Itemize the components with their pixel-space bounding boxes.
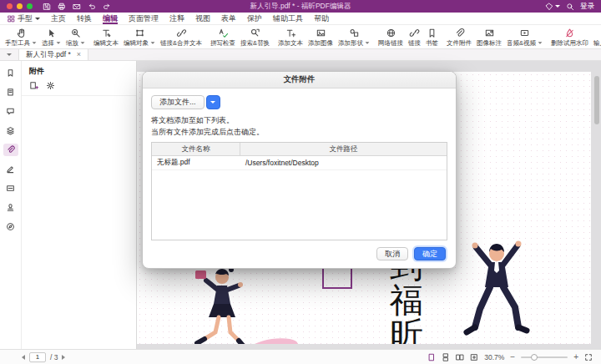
tool-search-replace[interactable]: 搜索&替换 xyxy=(238,26,272,48)
close-window-button[interactable] xyxy=(7,3,13,9)
zoom-window-button[interactable] xyxy=(27,3,33,9)
page-number-input[interactable] xyxy=(29,352,46,362)
facing-pages-view-icon[interactable] xyxy=(456,353,464,361)
tool-link[interactable]: 链接 xyxy=(406,26,423,48)
minimize-window-button[interactable] xyxy=(17,3,23,9)
search-replace-icon xyxy=(250,28,260,38)
menu-item-accessibility[interactable]: 辅助工具 xyxy=(273,13,303,24)
scrollbar-thumb[interactable] xyxy=(594,76,599,124)
undo-icon[interactable] xyxy=(88,3,96,11)
save-icon[interactable] xyxy=(43,3,51,11)
menu-item-hand[interactable]: 手型 xyxy=(8,13,40,24)
link-merge-icon xyxy=(176,28,187,38)
tool-enter-activation-code[interactable]: 输入活码 xyxy=(591,26,601,48)
menu-item-home[interactable]: 主页 xyxy=(51,13,66,24)
fields-panel-icon[interactable] xyxy=(3,182,18,195)
fullscreen-icon[interactable] xyxy=(584,353,593,361)
redo-icon[interactable] xyxy=(103,3,111,11)
zoom-slider-knob[interactable] xyxy=(531,354,538,361)
link-icon xyxy=(409,28,420,38)
tool-link-merge-text[interactable]: 链接&合并文本 xyxy=(158,26,205,48)
comments-panel-icon[interactable] xyxy=(3,105,18,118)
attachments-panel: 附件 xyxy=(22,61,137,349)
next-page-icon[interactable] xyxy=(62,355,65,360)
menu-item-comment[interactable]: 注释 xyxy=(169,13,184,24)
document-tab[interactable]: 新人引导.pdf * × xyxy=(18,49,88,60)
add-text-icon xyxy=(285,28,296,38)
dialog-hint-line1: 将文档添加至如下列表。 xyxy=(151,115,447,127)
tool-add-image[interactable]: 添加图像 xyxy=(306,26,336,48)
tool-remove-trial-watermark[interactable]: 删除试用水印 xyxy=(548,26,591,48)
navigation-icon-strip xyxy=(0,61,22,349)
cancel-button[interactable]: 取消 xyxy=(376,247,408,260)
bookmarks-panel-icon[interactable] xyxy=(3,67,18,79)
fit-page-view-icon[interactable] xyxy=(470,353,478,361)
stamps-panel-icon[interactable] xyxy=(3,201,18,214)
tool-file-attachment[interactable]: 文件附件 xyxy=(444,26,474,48)
image-annotation-icon xyxy=(484,28,495,38)
vertical-scrollbar[interactable] xyxy=(593,74,599,342)
page-thumbnails-icon[interactable] xyxy=(3,86,18,99)
continuous-view-icon[interactable] xyxy=(442,353,450,361)
column-header-file-path: 文件路径 xyxy=(240,143,447,155)
window-title: 新人引导.pdf * - 福昕PDF编辑器 xyxy=(250,2,351,12)
attachment-table: 文件名称 文件路径 无标题.pdf /Users/foxitnet/Deskto… xyxy=(151,142,447,240)
edit-text-icon xyxy=(101,28,112,38)
edit-object-icon xyxy=(134,28,145,38)
zoom-percent-label: 30.7% xyxy=(484,353,504,361)
attachment-table-header: 文件名称 文件路径 xyxy=(152,143,447,156)
jumping-man-illustration xyxy=(451,237,543,344)
zoom-in-icon[interactable]: + xyxy=(573,353,578,361)
spellcheck-icon xyxy=(218,28,229,38)
menu-item-form[interactable]: 表单 xyxy=(221,13,236,24)
signatures-panel-icon[interactable] xyxy=(3,163,18,175)
confirm-button[interactable]: 确定 xyxy=(414,247,446,260)
tabbar-menu-icon[interactable] xyxy=(0,49,18,60)
attachment-file-name: 无标题.pdf xyxy=(152,156,240,169)
menubar: 手型 主页 转换 编辑 页面管理 注释 视图 表单 保护 辅助工具 帮助 xyxy=(0,13,601,25)
dialog-body: 添加文件... 将文档添加至如下列表。 当所有文件添加完成后点击确定。 文件名称… xyxy=(143,88,456,240)
select-cursor-icon xyxy=(46,28,57,38)
add-file-dropdown-button[interactable] xyxy=(206,95,220,109)
menu-item-edit[interactable]: 编辑 xyxy=(103,13,118,24)
zoom-out-icon[interactable]: − xyxy=(510,353,515,361)
attachments-panel-title: 附件 xyxy=(22,61,136,80)
tool-edit-object[interactable]: 编辑对象 xyxy=(121,26,158,48)
previous-page-icon[interactable] xyxy=(22,355,25,360)
single-page-view-icon[interactable] xyxy=(427,353,436,361)
attachment-settings-icon[interactable] xyxy=(46,81,55,90)
layers-panel-icon[interactable] xyxy=(3,124,18,137)
attachment-table-row[interactable]: 无标题.pdf /Users/foxitnet/Desktop xyxy=(152,156,447,170)
add-file-row: 添加文件... xyxy=(151,95,447,109)
tab-close-icon[interactable]: × xyxy=(77,51,81,58)
traffic-lights xyxy=(7,3,33,9)
tool-spellcheck[interactable]: 拼写检查 xyxy=(208,26,238,48)
menu-item-convert[interactable]: 转换 xyxy=(77,13,92,24)
tool-web-link[interactable]: 网络链接 xyxy=(376,26,406,48)
menu-item-help[interactable]: 帮助 xyxy=(314,13,329,24)
menu-item-protect[interactable]: 保护 xyxy=(247,13,262,24)
premium-icon[interactable] xyxy=(545,3,560,11)
search-icon[interactable] xyxy=(566,3,574,11)
tool-add-shapes[interactable]: 添加形状 xyxy=(336,26,372,48)
add-image-icon xyxy=(316,28,326,38)
tool-bookmark[interactable]: 书签 xyxy=(423,26,441,48)
tool-select[interactable]: 选择 xyxy=(39,26,63,48)
menu-item-view[interactable]: 视图 xyxy=(195,13,210,24)
tool-add-text[interactable]: 添加文本 xyxy=(275,26,306,48)
mail-icon[interactable] xyxy=(73,3,81,11)
zoom-slider[interactable] xyxy=(521,356,568,358)
destinations-panel-icon[interactable] xyxy=(3,220,18,233)
tool-edit-text[interactable]: 编辑文本 xyxy=(91,26,121,48)
tool-image-annotation[interactable]: 图像标注 xyxy=(474,26,504,48)
tool-zoom[interactable]: 缩放 xyxy=(63,26,88,48)
tool-hand[interactable]: 手型工具 xyxy=(3,26,39,48)
add-attachment-icon[interactable] xyxy=(29,81,38,90)
file-attachment-dialog: 文件附件 添加文件... 将文档添加至如下列表。 当所有文件添加完成后点击确定。… xyxy=(142,71,457,269)
login-button[interactable]: 登录 xyxy=(580,2,594,12)
print-icon[interactable] xyxy=(58,3,66,11)
menu-item-organize[interactable]: 页面管理 xyxy=(129,13,159,24)
attachments-panel-icon[interactable] xyxy=(3,144,18,156)
tool-audio-video[interactable]: 音频&视频 xyxy=(504,26,545,48)
add-file-button[interactable]: 添加文件... xyxy=(151,95,205,109)
